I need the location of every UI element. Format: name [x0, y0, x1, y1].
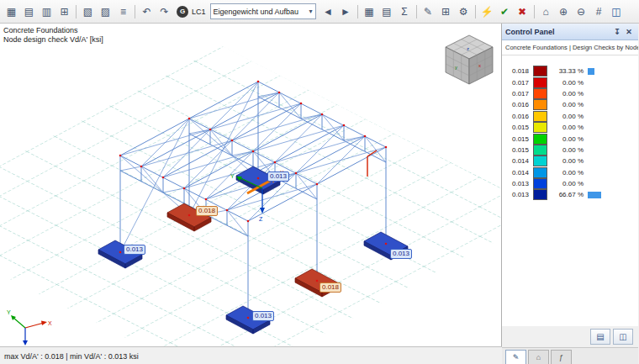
redo-icon[interactable]: ↷ [156, 3, 173, 20]
legend-row: 0.0130.00 % [507, 178, 635, 189]
axis-x-label: X [48, 320, 52, 326]
split-view-icon[interactable]: ◫ [608, 3, 626, 20]
zoom-in-icon[interactable]: ⊕ [555, 3, 573, 20]
calculate-check-icon[interactable]: ✔ [496, 3, 514, 20]
legend-row: 0.0160.00 % [507, 111, 635, 122]
toolbar-separator [534, 5, 535, 18]
result-header: Concrete Foundations Node design check V… [3, 26, 103, 45]
snap-grid-icon[interactable]: # [590, 3, 608, 20]
control-panel-subtitle: Concrete Foundations | Design Checks by … [502, 40, 638, 55]
tables-icon[interactable]: ▦ [3, 3, 20, 20]
legend-percent: 0.00 % [553, 113, 584, 120]
undo-icon[interactable]: ↶ [138, 3, 156, 20]
add-object-icon[interactable]: ⊞ [437, 3, 455, 20]
legend-value: 0.013 [507, 180, 529, 187]
new-window-icon[interactable]: ⊞ [55, 3, 73, 20]
printout-report-icon[interactable]: ▤ [20, 3, 38, 20]
legend-color-swatch [533, 111, 547, 122]
legend-percent-bar [588, 181, 608, 187]
legend-color-swatch [533, 99, 547, 110]
tab-color-scale[interactable]: ✎ [505, 350, 526, 364]
work-plane-icon[interactable]: ▨ [97, 3, 114, 20]
loads-icon[interactable]: ⚡ [478, 3, 496, 20]
viewport-3d[interactable]: Concrete Foundations Node design check V… [0, 24, 502, 346]
load-case-combobox[interactable]: Eigengewicht und Aufbau ▾ [210, 3, 316, 19]
legend-row: 0.0140.00 % [507, 167, 635, 178]
toolbar-right-group: ◄►▦▤Σ✎⊞⚙⚡✔✖⌂⊕⊖#◫ [320, 3, 626, 20]
legend-row: 0.0150.00 % [507, 122, 635, 133]
legend-value: 0.016 [507, 101, 529, 108]
navigation-cube[interactable]: x y z [446, 35, 493, 84]
legend-value: 0.014 [507, 157, 529, 165]
settings-icon[interactable]: ⚙ [455, 3, 473, 20]
toolbar-left-group: ▦▤▥⊞▧▨≡↶↷ [3, 3, 173, 20]
legend-row: 0.0150.00 % [507, 133, 635, 144]
legend-percent: 0.00 % [553, 169, 584, 177]
tab-filter[interactable]: ƒ [551, 350, 572, 364]
legend-percent-bar [588, 158, 608, 165]
results-table-icon[interactable]: ▦ [361, 3, 378, 20]
result-header-line1: Concrete Foundations [3, 26, 103, 35]
legend-percent-bar [588, 79, 608, 86]
corner-axis-triad: X Y Z [7, 309, 52, 346]
toolbar-separator [76, 5, 77, 18]
legend-value: 0.016 [507, 113, 529, 120]
legend-percent: 0.00 % [553, 79, 584, 87]
legend-row: 0.0170.00 % [507, 76, 635, 87]
color-scale-legend: 0.01833.33 %0.0170.00 %0.0170.00 %0.0160… [502, 55, 638, 326]
legend-percent-bar [588, 90, 608, 97]
legend-percent: 0.00 % [553, 180, 584, 187]
panel-settings-button[interactable]: ▤ [590, 329, 610, 345]
panel-display-button[interactable]: ◫ [613, 329, 633, 345]
legend-percent: 33.33 % [553, 67, 584, 75]
main-toolbar: ▦▤▥⊞▧▨≡↶↷ G LC1 Eigengewicht und Aufbau … [0, 0, 639, 24]
axis-z-label: Z [259, 216, 263, 222]
control-panel-title: Control Panel [505, 28, 555, 36]
display-properties-icon[interactable]: ≡ [114, 3, 132, 20]
ground-grid [0, 45, 501, 346]
cube-z-label: z [467, 46, 469, 51]
legend-value: 0.015 [507, 135, 529, 143]
home-view-icon[interactable]: ⌂ [537, 3, 555, 20]
pin-icon[interactable]: ↧ [611, 26, 623, 38]
legend-color-swatch [533, 66, 547, 76]
panel-tabs: ✎⌂ƒ [502, 347, 638, 364]
legend-value: 0.018 [507, 67, 529, 75]
edit-icon[interactable]: ✎ [420, 3, 437, 20]
legend-percent-bar [588, 192, 608, 198]
next-load-case-icon[interactable]: ► [337, 3, 355, 20]
legend-value: 0.013 [507, 191, 529, 198]
load-case-group: G LC1 Eigengewicht und Aufbau ▾ [177, 3, 316, 19]
project-navigator-icon[interactable]: ▥ [38, 3, 55, 20]
legend-color-swatch [533, 88, 547, 99]
legend-color-swatch [533, 156, 547, 166]
zoom-out-icon[interactable]: ⊖ [573, 3, 590, 20]
model-view-canvas[interactable]: X Y Z X Y Z [0, 24, 501, 346]
previous-load-case-icon[interactable]: ◄ [320, 3, 337, 20]
legend-percent: 0.00 % [553, 146, 584, 154]
delete-results-icon[interactable]: ✖ [514, 3, 531, 20]
legend-row: 0.0170.00 % [507, 88, 635, 99]
toolbar-separator [357, 5, 358, 18]
control-panel-titlebar[interactable]: Control Panel ↧ ✕ [502, 24, 638, 40]
tab-factors[interactable]: ⌂ [528, 350, 549, 364]
node-design-value-label: 0.013 [390, 249, 412, 259]
show-grid-icon[interactable]: ▧ [79, 3, 97, 20]
legend-percent: 0.00 % [553, 124, 584, 131]
legend-color-swatch [533, 178, 547, 189]
cube-y-label: y [455, 65, 457, 70]
axis-y-label: Y [7, 309, 11, 315]
toolbar-separator [135, 5, 135, 18]
legend-percent-bar [588, 146, 608, 153]
legend-percent-bar [588, 124, 608, 131]
legend-color-swatch [533, 189, 547, 200]
cube-x-label: x [478, 63, 481, 68]
load-case-code: LC1 [192, 8, 206, 16]
panel-footer: ▤◫ [502, 326, 638, 347]
result-diagrams-icon[interactable]: ▤ [378, 3, 396, 20]
node-design-value-label: 0.018 [196, 206, 218, 216]
close-icon[interactable]: ✕ [623, 26, 635, 38]
result-values-icon[interactable]: Σ [396, 3, 414, 20]
control-panel: Control Panel ↧ ✕ Concrete Foundations |… [502, 24, 638, 364]
chevron-down-icon: ▾ [309, 8, 313, 15]
